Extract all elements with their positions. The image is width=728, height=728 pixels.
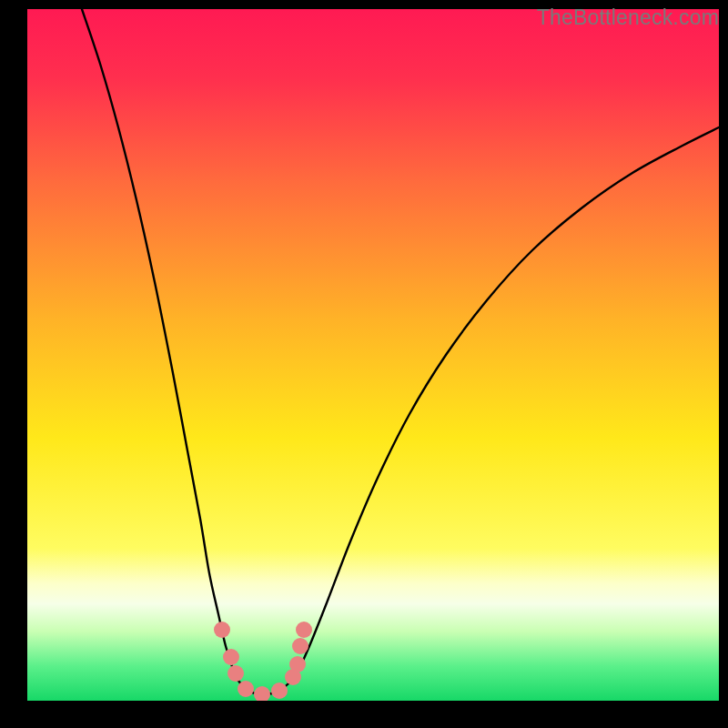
dip-marker bbox=[228, 665, 244, 682]
dip-marker bbox=[271, 682, 288, 699]
dip-marker bbox=[292, 638, 308, 654]
dip-marker bbox=[289, 656, 306, 672]
bottleneck-chart bbox=[27, 9, 719, 701]
dip-marker bbox=[296, 622, 312, 638]
chart-frame bbox=[27, 9, 719, 701]
dip-marker bbox=[238, 681, 254, 697]
watermark-text: TheBottleneck.com bbox=[537, 5, 719, 30]
dip-marker bbox=[214, 622, 230, 638]
chart-background bbox=[27, 9, 719, 701]
dip-marker bbox=[223, 649, 239, 665]
